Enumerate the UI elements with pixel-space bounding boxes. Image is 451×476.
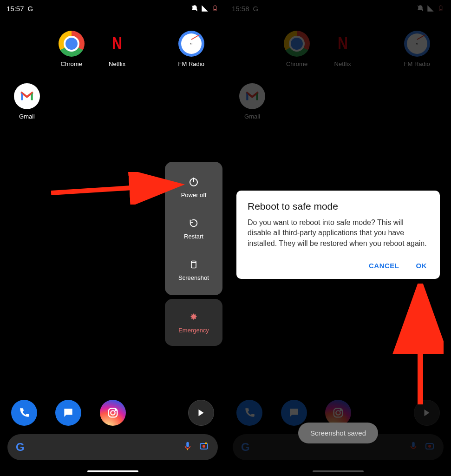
app-label: Netflix — [109, 60, 125, 67]
google-indicator: G — [28, 5, 33, 13]
ok-button[interactable]: OK — [414, 259, 429, 272]
svg-point-9 — [111, 410, 115, 415]
screenshot-item[interactable]: Screenshot — [165, 249, 222, 291]
restart-label: Restart — [184, 233, 203, 240]
svg-rect-3 — [215, 6, 216, 6]
app-netflix[interactable]: N Netflix — [100, 31, 134, 67]
power-menu: Power off Restart Screenshot Emergenc — [165, 162, 222, 346]
right-screenshot: 15:58 G Chrome N Netflix — [225, 0, 451, 476]
app-label: Chrome — [61, 60, 82, 67]
gmail-icon — [14, 83, 40, 109]
netflix-icon: N — [104, 31, 130, 57]
app-fmradio[interactable]: FM FM Radio — [174, 31, 209, 67]
screenshot-icon — [188, 258, 200, 271]
emergency-label: Emergency — [178, 327, 209, 334]
app-chrome[interactable]: Chrome — [54, 31, 88, 67]
fmradio-icon: FM — [178, 31, 204, 57]
power-menu-panel: Power off Restart Screenshot — [165, 162, 222, 295]
google-logo-icon: G — [16, 441, 25, 454]
lens-icon[interactable] — [198, 441, 209, 454]
google-search-bar[interactable]: G — [7, 434, 218, 460]
play-store-app[interactable] — [188, 400, 214, 426]
svg-point-10 — [115, 410, 116, 410]
svg-rect-14 — [205, 443, 207, 444]
restart-icon — [188, 217, 200, 229]
safe-mode-dialog: Reboot to safe mode Do you want to reboo… — [236, 191, 440, 279]
app-label: FM Radio — [178, 60, 204, 67]
emergency-item[interactable]: Emergency — [165, 299, 222, 346]
dialog-title: Reboot to safe mode — [248, 201, 429, 212]
app-label: Gmail — [19, 113, 35, 120]
power-off-label: Power off — [181, 192, 207, 198]
svg-rect-11 — [187, 449, 188, 450]
instagram-app[interactable] — [100, 400, 126, 426]
screenshot-toast: Screenshot saved — [298, 423, 378, 443]
power-off-item[interactable]: Power off — [165, 166, 222, 208]
dock — [0, 400, 225, 426]
cancel-button[interactable]: CANCEL — [367, 259, 401, 272]
status-right — [191, 5, 219, 12]
restart-item[interactable]: Restart — [165, 208, 222, 249]
signal-icon — [201, 5, 209, 12]
dialog-actions: CANCEL OK — [248, 259, 429, 272]
emergency-icon — [188, 311, 200, 323]
status-bar: 15:57 G — [0, 0, 225, 17]
dialog-body: Do you want to reboot into safe mode? Th… — [248, 218, 429, 249]
battery-icon — [211, 5, 219, 12]
app-gmail[interactable]: Gmail — [8, 83, 46, 120]
svg-rect-2 — [214, 9, 216, 10]
power-icon — [188, 176, 200, 188]
chrome-icon — [59, 31, 85, 57]
mic-icon[interactable] — [183, 441, 193, 453]
dnd-icon — [191, 5, 198, 12]
phone-app[interactable] — [11, 400, 37, 426]
nav-indicator[interactable] — [87, 470, 138, 472]
svg-point-13 — [203, 445, 205, 448]
left-screenshot: 15:57 G Chrome N Netflix — [0, 0, 225, 476]
svg-rect-6 — [191, 261, 196, 268]
clock: 15:57 — [7, 5, 24, 13]
screenshot-label: Screenshot — [178, 274, 209, 281]
emergency-panel: Emergency — [165, 299, 222, 346]
svg-line-15 — [51, 185, 176, 193]
status-left: 15:57 G — [7, 5, 33, 13]
messages-app[interactable] — [55, 400, 81, 426]
home-apps: Chrome N Netflix FM FM Radio Gmail — [0, 17, 225, 120]
